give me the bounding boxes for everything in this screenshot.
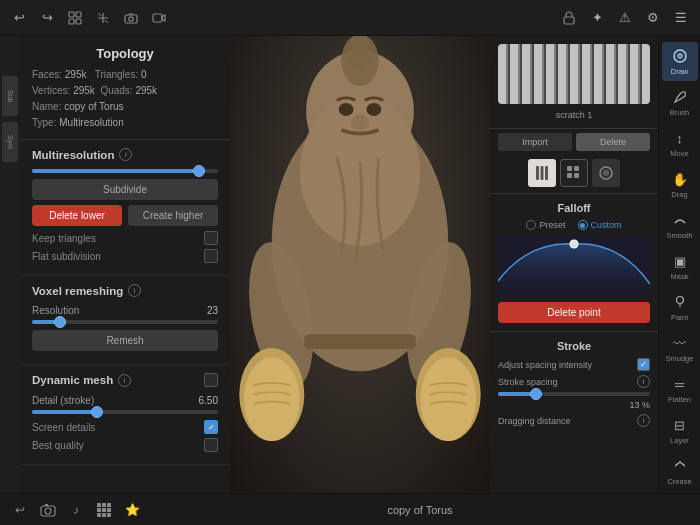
sym-button[interactable]: Sym bbox=[2, 122, 18, 162]
delete-lower-button[interactable]: Delete lower bbox=[32, 205, 122, 226]
falloff-graph[interactable] bbox=[498, 236, 650, 296]
stroke-spacing-thumb[interactable] bbox=[530, 388, 542, 400]
multiresolution-thumb[interactable] bbox=[193, 165, 205, 177]
bottom-camera-icon[interactable] bbox=[38, 500, 58, 520]
voxel-info-icon[interactable]: i bbox=[128, 284, 141, 297]
svg-rect-23 bbox=[536, 166, 539, 180]
bottom-grid-icon[interactable] bbox=[94, 500, 114, 520]
bottom-star-icon[interactable]: ⭐ bbox=[122, 500, 142, 520]
dragging-distance-label: Dragging distance bbox=[498, 416, 637, 426]
brush-icon-1[interactable] bbox=[528, 159, 556, 187]
best-quality-checkbox[interactable] bbox=[204, 438, 218, 452]
adjust-spacing-row: Adjust spacing intensity bbox=[498, 358, 650, 371]
multiresolution-info-icon[interactable]: i bbox=[119, 148, 132, 161]
tool-layer[interactable]: ⊟ Layer bbox=[662, 411, 698, 450]
falloff-options: Preset Custom bbox=[498, 220, 650, 230]
resolution-value: 23 bbox=[207, 305, 218, 316]
voxel-slider[interactable] bbox=[32, 320, 218, 324]
dynamic-mesh-toggle[interactable] bbox=[204, 373, 218, 387]
tool-smooth[interactable]: Smooth bbox=[662, 206, 698, 245]
brush-icon-2[interactable] bbox=[560, 159, 588, 187]
voxel-thumb[interactable] bbox=[54, 316, 66, 328]
toolbar-edit[interactable] bbox=[64, 7, 86, 29]
toolbar-star[interactable]: ✦ bbox=[586, 7, 608, 29]
screen-details-checkbox[interactable]: ✓ bbox=[204, 420, 218, 434]
svg-rect-28 bbox=[567, 173, 572, 178]
subdivide-button[interactable]: Subdivide bbox=[32, 179, 218, 200]
stroke-spacing-info[interactable]: i bbox=[637, 375, 650, 388]
keep-triangles-checkbox[interactable] bbox=[204, 231, 218, 245]
create-higher-button[interactable]: Create higher bbox=[128, 205, 218, 226]
tool-smudge[interactable]: 〰 Smudge bbox=[662, 329, 698, 368]
brush-icon-3[interactable] bbox=[592, 159, 620, 187]
detail-label-row: Detail (stroke) 6.50 bbox=[32, 395, 218, 406]
layer-label: Layer bbox=[670, 436, 689, 445]
multiresolution-title: Multiresolution bbox=[32, 149, 114, 161]
tool-crease[interactable]: Crease bbox=[662, 452, 698, 491]
resolution-label: Resolution bbox=[32, 305, 79, 316]
viewport[interactable] bbox=[230, 36, 490, 493]
brush-icon bbox=[671, 88, 689, 106]
toolbar-settings[interactable]: ⚙ bbox=[642, 7, 664, 29]
toolbar-menu[interactable]: ☰ bbox=[670, 7, 692, 29]
brush-name: scratch 1 bbox=[498, 110, 650, 120]
voxel-header: Voxel remeshing i bbox=[32, 284, 218, 297]
resolution-row: Resolution 23 bbox=[32, 305, 218, 316]
tool-flatten[interactable]: ═ Flatten bbox=[662, 370, 698, 409]
multiresolution-header: Multiresolution i bbox=[32, 148, 218, 161]
toolbar-video[interactable] bbox=[148, 7, 170, 29]
remesh-button[interactable]: Remesh bbox=[32, 330, 218, 351]
toolbar-warning[interactable]: ⚠ bbox=[614, 7, 636, 29]
detail-slider[interactable] bbox=[32, 410, 218, 414]
delete-point-button[interactable]: Delete point bbox=[498, 302, 650, 323]
move-label: Move bbox=[670, 149, 688, 158]
svg-rect-45 bbox=[97, 513, 101, 517]
draw-label: Draw bbox=[671, 67, 689, 76]
svg-rect-3 bbox=[76, 19, 81, 24]
dragging-distance-info[interactable]: i bbox=[637, 414, 650, 427]
multiresolution-slider[interactable] bbox=[32, 169, 218, 173]
falloff-custom-option[interactable]: Custom bbox=[578, 220, 622, 230]
toolbar-camera[interactable] bbox=[120, 7, 142, 29]
stroke-spacing-slider-container[interactable] bbox=[498, 392, 650, 396]
tool-move[interactable]: ↕ Move bbox=[662, 124, 698, 163]
toolbar-redo[interactable]: ↪ bbox=[36, 7, 58, 29]
move-icon: ↕ bbox=[671, 129, 689, 147]
bottom-music-icon[interactable]: ♪ bbox=[66, 500, 86, 520]
detail-thumb[interactable] bbox=[91, 406, 103, 418]
paint-icon bbox=[671, 293, 689, 311]
dragging-distance-row: Dragging distance i bbox=[498, 414, 650, 427]
falloff-preset-radio[interactable] bbox=[526, 220, 536, 230]
adjust-spacing-checkbox[interactable] bbox=[637, 358, 650, 371]
tool-mask[interactable]: ▣ Mask bbox=[662, 247, 698, 286]
tool-paint[interactable]: Paint bbox=[662, 288, 698, 327]
dynamic-mesh-info-icon[interactable]: i bbox=[118, 374, 131, 387]
tool-brush[interactable]: Brush bbox=[662, 83, 698, 122]
falloff-custom-radio[interactable] bbox=[578, 220, 588, 230]
sub-button[interactable]: Sub bbox=[2, 76, 18, 116]
svg-rect-29 bbox=[574, 173, 579, 178]
falloff-preset-option[interactable]: Preset bbox=[526, 220, 565, 230]
svg-point-34 bbox=[677, 53, 683, 59]
smudge-icon: 〰 bbox=[671, 334, 689, 352]
right-panel: scratch 1 Import Delete bbox=[490, 36, 658, 493]
toolbar-transform[interactable] bbox=[92, 7, 114, 29]
tool-draw[interactable]: Draw bbox=[662, 42, 698, 81]
svg-point-31 bbox=[603, 170, 609, 176]
toolbar-undo[interactable]: ↩ bbox=[8, 7, 30, 29]
tool-drag[interactable]: ✋ Drag bbox=[662, 165, 698, 204]
bottom-undo-icon[interactable]: ↩ bbox=[10, 500, 30, 520]
svg-rect-25 bbox=[545, 166, 548, 180]
svg-rect-6 bbox=[153, 14, 162, 22]
left-sidebar: Sub Sym bbox=[0, 36, 20, 493]
svg-point-16 bbox=[244, 357, 300, 441]
delete-button[interactable]: Delete bbox=[576, 133, 650, 151]
bottom-filename: copy of Torus bbox=[387, 504, 452, 516]
brush-label: Brush bbox=[670, 108, 690, 117]
main-area: Sub Sym Topology Faces: 295k Triangles: … bbox=[0, 36, 700, 493]
toolbar-lock[interactable] bbox=[558, 7, 580, 29]
multiresolution-btn-row: Subdivide bbox=[32, 179, 218, 200]
topology-title: Topology bbox=[32, 46, 218, 61]
import-button[interactable]: Import bbox=[498, 133, 572, 151]
flat-subdivision-checkbox[interactable] bbox=[204, 249, 218, 263]
